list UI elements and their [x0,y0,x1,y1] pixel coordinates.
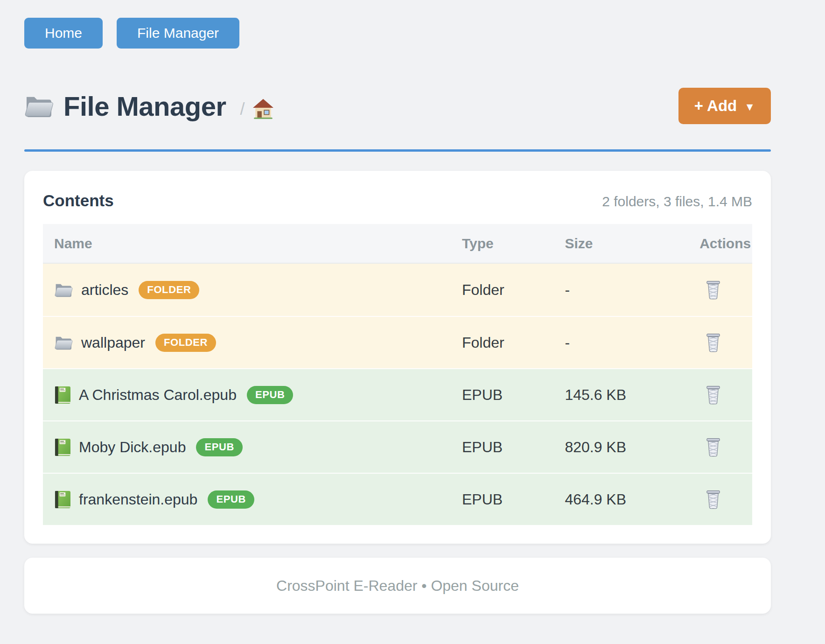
add-button[interactable]: + Add ▼ [678,88,771,124]
row-name: articles [81,281,128,299]
row-name: wallpaper [81,334,145,351]
file-table: Name Type Size Actions articles FOLDER F… [43,224,752,525]
footer-text: CrossPoint E-Reader • Open Source [276,577,519,595]
book-icon [54,438,70,457]
file-manager-nav-button[interactable]: File Manager [117,18,239,49]
column-header-actions: Actions [688,236,752,252]
caret-down-icon: ▼ [744,101,755,113]
row-type-cell: EPUB [451,491,553,508]
row-size-cell: - [553,281,688,299]
top-navigation: Home File Manager [24,18,771,49]
home-nav-button[interactable]: Home [24,18,103,49]
row-name-cell[interactable]: Moby Dick.epub EPUB [43,438,451,457]
trash-icon [705,280,721,300]
row-name-cell[interactable]: articles FOLDER [43,281,451,299]
row-name-cell[interactable]: frankenstein.epub EPUB [43,490,451,509]
delete-button[interactable] [705,385,721,405]
row-actions-cell [688,280,752,300]
table-row: articles FOLDER Folder - [43,264,752,316]
table-row: Moby Dick.epub EPUB EPUB 820.9 KB [43,420,752,473]
header-divider [24,149,771,152]
page-title-group: File Manager / [24,91,274,122]
epub-badge: EPUB [196,438,243,456]
delete-button[interactable] [705,490,721,509]
folder-badge: FOLDER [155,334,216,352]
epub-badge: EPUB [247,386,294,404]
row-type-cell: EPUB [451,386,553,404]
row-size-cell: 464.9 KB [553,491,688,508]
contents-card-header: Contents 2 folders, 3 files, 1.4 MB [43,191,752,210]
add-button-label: + Add [694,97,737,115]
folder-badge: FOLDER [139,281,199,299]
column-header-size: Size [553,236,688,252]
delete-button[interactable] [705,280,721,300]
book-icon [54,385,70,405]
section-title: Contents [43,191,114,210]
row-name: frankenstein.epub [79,491,197,508]
contents-card: Contents 2 folders, 3 files, 1.4 MB Name… [24,171,771,544]
trash-icon [705,333,721,352]
folder-icon [54,282,73,298]
row-name: Moby Dick.epub [79,439,186,456]
folder-icon [54,335,73,350]
row-actions-cell [688,490,752,509]
folder-icon [24,93,53,119]
column-header-name: Name [43,236,451,252]
table-row: frankenstein.epub EPUB EPUB 464.9 KB [43,473,752,525]
row-actions-cell [688,333,752,352]
contents-summary: 2 folders, 3 files, 1.4 MB [602,194,752,210]
footer-card: CrossPoint E-Reader • Open Source [24,558,771,614]
row-actions-cell [688,385,752,405]
row-size-cell: 820.9 KB [553,439,688,456]
delete-button[interactable] [705,438,721,457]
page: Home File Manager File Manager / + Add ▼… [0,0,825,614]
breadcrumb-separator: / [240,99,245,119]
page-header: File Manager / + Add ▼ [24,88,771,124]
table-header-row: Name Type Size Actions [43,224,752,264]
delete-button[interactable] [705,333,721,352]
row-name: A Christmas Carol.epub [79,386,237,404]
house-icon[interactable] [252,98,274,119]
column-header-type: Type [451,236,553,252]
trash-icon [705,438,721,457]
book-icon [54,490,70,509]
row-size-cell: - [553,334,688,351]
trash-icon [705,490,721,509]
row-type-cell: Folder [451,281,553,299]
table-row: A Christmas Carol.epub EPUB EPUB 145.6 K… [43,368,752,420]
row-type-cell: Folder [451,334,553,351]
row-actions-cell [688,438,752,457]
row-type-cell: EPUB [451,439,553,456]
epub-badge: EPUB [208,490,254,509]
page-title: File Manager [63,91,226,122]
row-name-cell[interactable]: A Christmas Carol.epub EPUB [43,385,451,405]
row-size-cell: 145.6 KB [553,386,688,404]
trash-icon [705,385,721,405]
row-name-cell[interactable]: wallpaper FOLDER [43,334,451,352]
table-row: wallpaper FOLDER Folder - [43,316,752,368]
